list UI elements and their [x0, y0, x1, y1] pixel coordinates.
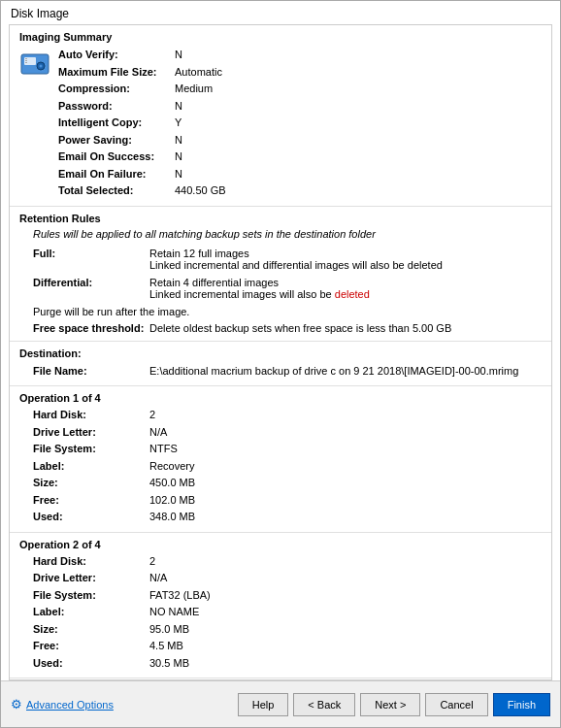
differential-line1: Retain 4 differential images — [149, 277, 542, 288]
operation-1-title: Operation 1 of 4 — [19, 392, 542, 404]
op2-field-6-label: Used: — [33, 655, 149, 672]
op2-field-1: Drive Letter:N/A — [19, 570, 542, 586]
full-retention-row: Full: Retain 12 full images Linked incre… — [33, 248, 542, 271]
next-button[interactable]: Next > — [360, 693, 420, 716]
footer-buttons: Help < Back Next > Cancel Finish — [238, 693, 550, 716]
password-label: Password: — [58, 98, 175, 115]
main-window: Disk Image Imaging Summary — [0, 0, 561, 728]
full-line2: Linked incremental and differential imag… — [149, 259, 542, 271]
max-file-size-row: Maximum File Size: Automatic — [58, 64, 542, 81]
op1-field-1-label: Drive Letter: — [33, 424, 149, 441]
op1-field-5: Free:102.0 MB — [19, 492, 542, 509]
op1-field-2: File System:NTFS — [19, 441, 542, 457]
summary-rows: Auto Verify: N Maximum File Size: Automa… — [58, 47, 542, 200]
op1-field-0-value: 2 — [149, 407, 542, 423]
operation-2-section: Operation 2 of 4Hard Disk:2Drive Letter:… — [10, 533, 551, 679]
title-bar: Disk Image — [1, 1, 560, 24]
op2-field-0: Hard Disk:2 — [19, 553, 542, 570]
operation-2-title: Operation 2 of 4 — [19, 539, 542, 550]
free-space-value: Delete oldest backup sets when free spac… — [149, 322, 542, 334]
op2-field-4: Size:95.0 MB — [19, 621, 542, 638]
op2-field-4-label: Size: — [33, 621, 149, 638]
free-space-row: Free space threshold: Delete oldest back… — [33, 322, 542, 334]
disk-icon — [19, 49, 50, 80]
help-button[interactable]: Help — [238, 693, 289, 716]
op1-field-6: Used:348.0 MB — [19, 509, 542, 525]
op1-field-0-label: Hard Disk: — [33, 407, 149, 423]
op1-field-1: Drive Letter:N/A — [19, 424, 542, 441]
op2-field-5: Free:4.5 MB — [19, 638, 542, 654]
purge-line: Purge will be run after the image. — [33, 306, 542, 317]
destination-section: Destination: File Name: E:\additional ma… — [10, 342, 551, 387]
imaging-summary-title: Imaging Summary — [19, 31, 542, 43]
differential-label: Differential: — [33, 277, 149, 300]
op1-field-5-label: Free: — [33, 492, 149, 509]
op1-field-6-label: Used: — [33, 509, 149, 525]
file-name-label: File Name: — [33, 363, 149, 380]
footer-left: ⚙ Advanced Options — [11, 697, 232, 711]
password-value: N — [175, 98, 542, 115]
differential-line2: Linked incremental images will also be d… — [149, 288, 542, 300]
imaging-summary-section: Imaging Summary Auto Verify: — [10, 25, 551, 207]
finish-button[interactable]: Finish — [493, 693, 550, 716]
advanced-options-link[interactable]: Advanced Options — [26, 699, 114, 711]
op2-field-3-value: NO NAME — [149, 604, 542, 620]
cancel-button[interactable]: Cancel — [425, 693, 487, 716]
free-space-label: Free space threshold: — [33, 322, 149, 334]
power-saving-value: N — [175, 132, 542, 149]
auto-verify-row: Auto Verify: N — [58, 47, 542, 63]
svg-rect-6 — [25, 62, 27, 63]
power-saving-label: Power Saving: — [58, 132, 175, 149]
max-file-size-label: Maximum File Size: — [58, 64, 175, 81]
email-failure-label: Email On Failure: — [58, 166, 175, 182]
op2-field-3: Label:NO NAME — [19, 604, 542, 620]
compression-row: Compression: Medium — [58, 81, 542, 97]
op2-field-5-label: Free: — [33, 638, 149, 654]
svg-rect-5 — [25, 60, 27, 61]
intelligent-copy-row: Intelligent Copy: Y — [58, 115, 542, 131]
op2-field-2: File System:FAT32 (LBA) — [19, 587, 542, 604]
op2-field-6-value: 30.5 MB — [149, 655, 542, 672]
retention-rules-title: Retention Rules — [19, 213, 542, 224]
power-saving-row: Power Saving: N — [58, 132, 542, 149]
op2-field-3-label: Label: — [33, 604, 149, 620]
differential-retention-row: Differential: Retain 4 differential imag… — [33, 277, 542, 300]
op2-field-1-value: N/A — [149, 570, 542, 586]
op2-field-1-label: Drive Letter: — [33, 570, 149, 586]
op2-field-4-value: 95.0 MB — [149, 621, 542, 638]
op1-field-4-label: Size: — [33, 475, 149, 491]
imaging-summary-body: Auto Verify: N Maximum File Size: Automa… — [19, 47, 542, 200]
back-button[interactable]: < Back — [293, 693, 355, 716]
op1-field-4: Size:450.0 MB — [19, 475, 542, 491]
password-row: Password: N — [58, 98, 542, 115]
intelligent-copy-label: Intelligent Copy: — [58, 115, 175, 131]
compression-label: Compression: — [58, 81, 175, 97]
footer: ⚙ Advanced Options Help < Back Next > Ca… — [1, 680, 560, 727]
content-area: Imaging Summary Auto Verify: — [9, 24, 552, 680]
file-name-value: E:\additional macrium backup of drive c … — [149, 363, 542, 380]
full-label: Full: — [33, 248, 149, 271]
email-success-row: Email On Success: N — [58, 149, 542, 165]
op2-field-2-label: File System: — [33, 587, 149, 604]
deleted-text: deleted — [335, 288, 370, 300]
advanced-options-icon: ⚙ — [11, 697, 22, 711]
op1-field-6-value: 348.0 MB — [149, 509, 542, 525]
retention-rules-section: Retention Rules Rules will be applied to… — [10, 207, 551, 342]
op1-field-4-value: 450.0 MB — [149, 475, 542, 491]
op2-field-5-value: 4.5 MB — [149, 638, 542, 654]
op1-field-3-label: Label: — [33, 458, 149, 475]
email-failure-value: N — [175, 166, 542, 182]
svg-point-3 — [40, 65, 43, 68]
email-success-value: N — [175, 149, 542, 165]
max-file-size-value: Automatic — [175, 64, 542, 81]
email-failure-row: Email On Failure: N — [58, 166, 542, 182]
total-selected-label: Total Selected: — [58, 182, 175, 199]
operation-1-section: Operation 1 of 4Hard Disk:2Drive Letter:… — [10, 386, 551, 533]
auto-verify-label: Auto Verify: — [58, 47, 175, 63]
compression-value: Medium — [175, 81, 542, 97]
window-title: Disk Image — [11, 7, 69, 20]
destination-title: Destination: — [19, 347, 542, 359]
op1-field-5-value: 102.0 MB — [149, 492, 542, 509]
svg-rect-4 — [25, 58, 27, 59]
total-selected-value: 440.50 GB — [175, 182, 542, 199]
